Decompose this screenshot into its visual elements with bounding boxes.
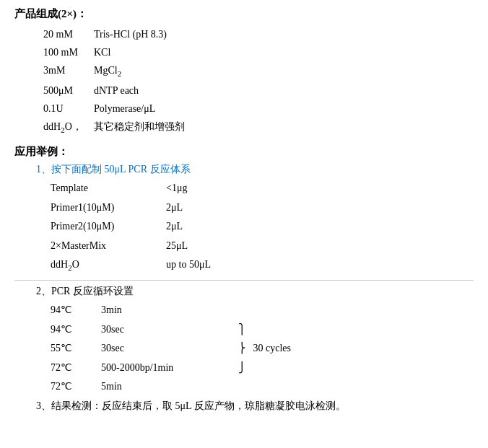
cycle-extra: ⎭: [217, 359, 474, 378]
step2-cycle-block: 94℃ 3min 94℃ 30sec ⎫ 55℃ 30sec ⎬ 30 cycl…: [51, 301, 474, 397]
step1-col1: Primer1(10μM): [51, 198, 166, 218]
list-item: 3mM MgCl2: [43, 61, 474, 82]
step3-text: 3、结果检测：反应结束后，取 5μL 反应产物，琼脂糖凝胶电泳检测。: [36, 400, 474, 413]
list-item: Primer2(10μM) 2μL: [51, 217, 474, 237]
cycle-time: 5min: [101, 377, 217, 397]
comp-name: Tris-HCl (pH 8.3): [94, 25, 474, 43]
product-components-section: 产品组成(2×)： 20 mM Tris-HCl (pH 8.3) 100 mM…: [14, 7, 474, 138]
cycle-time: 30sec: [101, 339, 217, 359]
comp-name: 其它稳定剂和增强剂: [94, 118, 474, 136]
comp-amount: 0.1U: [43, 100, 94, 118]
comp-name: dNTP each: [94, 82, 474, 100]
list-item: 94℃ 3min: [51, 301, 474, 320]
comp-amount: ddH2O，: [43, 118, 94, 138]
list-item: 72℃ 500-2000bp/1min ⎭: [51, 359, 474, 378]
list-item: 94℃ 30sec ⎫: [51, 320, 474, 340]
comp-amount: 3mM: [43, 61, 94, 79]
cycle-time: 3min: [101, 301, 217, 320]
list-item: 20 mM Tris-HCl (pH 8.3): [43, 25, 474, 43]
divider: [14, 280, 474, 281]
list-item: 55℃ 30sec ⎬ 30 cycles: [51, 339, 474, 359]
list-item: 2×MasterMix 25μL: [51, 237, 474, 256]
step1-title: 1、按下面配制 50μL PCR 反应体系: [36, 163, 474, 176]
comp-amount: 100 mM: [43, 43, 94, 61]
step1-col2: 25μL: [166, 237, 474, 256]
step1-col1: Template: [51, 179, 166, 198]
list-item: 0.1U Polymerase/μL: [43, 100, 474, 118]
cycles-label: 30 cycles: [253, 343, 291, 353]
step2-title: 2、PCR 反应循环设置: [36, 285, 474, 298]
cycle-temp: 94℃: [51, 320, 101, 340]
step1-table: Template <1μg Primer1(10μM) 2μL Primer2(…: [51, 179, 474, 276]
product-title: 产品组成(2×)：: [14, 7, 474, 21]
list-item: 500μM dNTP each: [43, 82, 474, 100]
step1-col2: 2μL: [166, 198, 474, 218]
step1-col1: Primer2(10μM): [51, 217, 166, 237]
step1-col2: <1μg: [166, 179, 474, 198]
cycle-time: 30sec: [101, 320, 217, 340]
list-item: 100 mM KCl: [43, 43, 474, 61]
usage-section: 应用举例： 1、按下面配制 50μL PCR 反应体系 Template <1μ…: [14, 145, 474, 413]
step1-col1: ddH2O: [51, 255, 166, 276]
comp-name: MgCl2: [94, 61, 474, 82]
cycle-temp: 94℃: [51, 301, 101, 320]
step1-col2: up to 50μL: [166, 255, 474, 275]
list-item: ddH2O， 其它稳定剂和增强剂: [43, 118, 474, 138]
cycle-temp: 55℃: [51, 339, 101, 359]
list-item: Primer1(10μM) 2μL: [51, 198, 474, 218]
usage-title: 应用举例：: [14, 145, 474, 159]
cycle-extra: ⎬ 30 cycles: [217, 339, 474, 359]
cycle-temp: 72℃: [51, 359, 101, 378]
comp-name: KCl: [94, 43, 474, 61]
comp-name: Polymerase/μL: [94, 100, 474, 118]
cycle-temp: 72℃: [51, 377, 101, 397]
step1-col2: 2μL: [166, 217, 474, 237]
comp-amount: 20 mM: [43, 25, 94, 43]
list-item: 72℃ 5min: [51, 377, 474, 397]
cycle-time: 500-2000bp/1min: [101, 359, 217, 378]
step1-col1: 2×MasterMix: [51, 237, 166, 256]
list-item: Template <1μg: [51, 179, 474, 198]
cycle-extra: ⎫: [217, 320, 474, 340]
comp-amount: 500μM: [43, 82, 94, 100]
list-item: ddH2O up to 50μL: [51, 255, 474, 276]
component-list: 20 mM Tris-HCl (pH 8.3) 100 mM KCl 3mM M…: [43, 25, 474, 138]
